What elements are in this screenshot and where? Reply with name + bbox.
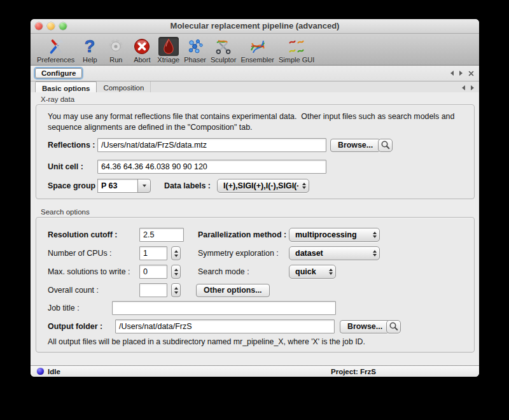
output-folder-browse-button[interactable]: Browse... [340, 320, 390, 333]
job-title-input[interactable] [112, 301, 336, 315]
data-labels-value: I(+),SIGI(+),I(-),SIGI(-) [223, 181, 298, 190]
toolbar-item-label: Help [83, 56, 97, 64]
tools-icon [46, 37, 66, 56]
overall-count-input[interactable] [139, 283, 167, 297]
toolbar-item-label: Sculptor [211, 56, 236, 64]
toolbar-item-label: Phaser [184, 56, 206, 64]
reflections-browse-button[interactable]: Browse... [330, 139, 380, 152]
resolution-cutoff-input[interactable] [139, 228, 184, 242]
output-folder-label: Output folder : [48, 319, 102, 333]
svg-text:?: ? [85, 38, 95, 55]
xray-group-box: You may use any format reflections file … [36, 104, 475, 199]
data-labels-label: Data labels : [164, 179, 211, 193]
project-label: Project: FrzS [331, 368, 376, 375]
parallelization-method-label: Parallelization method : [198, 228, 286, 242]
xray-description-line2: sequence alignments are defined in the "… [48, 122, 253, 133]
search-mode-value: quick [295, 267, 325, 276]
title-bar: Molecular replacement pipeline (advanced… [31, 19, 479, 34]
toolbar-item-ensembler[interactable]: Ensembler [241, 37, 274, 64]
space-group-combobox[interactable]: P 63 [97, 179, 151, 193]
search-mode-label: Search mode : [198, 265, 249, 279]
document-tab-bar: Configure [31, 66, 479, 81]
symmetry-exploration-value: dataset [295, 249, 369, 258]
scroll-pages-right-icon[interactable] [471, 85, 474, 90]
help-icon: ? [80, 37, 100, 56]
magnifier-icon [389, 321, 399, 332]
abort-icon [132, 37, 152, 56]
number-of-cpus-input[interactable] [139, 246, 167, 260]
toolbar-item-label: Xtriage [157, 56, 179, 64]
output-note: All output files will be placed in a sub… [48, 337, 365, 346]
toolbar-item-label: Simple GUI [279, 56, 314, 64]
toolbar-item-preferences[interactable]: Preferences [37, 37, 74, 64]
droplet-icon [158, 37, 179, 56]
magnifier-icon [380, 140, 391, 150]
max-solutions-stepper[interactable] [171, 265, 181, 279]
toolbar-item-abort[interactable]: Abort [131, 37, 153, 64]
toolbar-item-label: Abort [134, 56, 150, 64]
xray-description-line1: You may use any format reflections file … [48, 111, 454, 122]
unit-cell-label: Unit cell : [48, 160, 83, 174]
parallelization-method-value: multiprocessing [295, 230, 369, 239]
window-title: Molecular replacement pipeline (advanced… [31, 21, 479, 31]
unit-cell-input[interactable] [97, 160, 326, 174]
reflections-view-button[interactable] [378, 139, 393, 152]
symmetry-exploration-label: Symmetry exploration : [198, 246, 279, 260]
search-mode-popup[interactable]: quick [289, 265, 336, 279]
overall-count-stepper[interactable] [171, 283, 181, 297]
reflections-label: Reflections : [48, 138, 95, 152]
symmetry-exploration-popup[interactable]: dataset [289, 246, 380, 260]
resolution-cutoff-label: Resolution cutoff : [48, 228, 117, 242]
parallelization-method-popup[interactable]: multiprocessing [289, 228, 380, 242]
toolbar-item-run[interactable]: Run [105, 37, 127, 64]
number-of-cpus-label: Number of CPUs : [48, 246, 112, 260]
toolbar-item-xtriage[interactable]: Xtriage [157, 37, 179, 64]
close-tab-icon[interactable] [468, 71, 474, 76]
space-group-value: P 63 [97, 179, 138, 193]
output-folder-view-button[interactable] [386, 320, 401, 333]
mini-ribbons-icon [286, 37, 307, 56]
scissors-icon [213, 37, 234, 56]
scroll-pages-left-icon[interactable] [462, 85, 465, 90]
toolbar-item-label: Ensembler [241, 56, 274, 64]
chevron-down-icon[interactable] [137, 179, 151, 193]
scroll-tabs-right-icon[interactable] [459, 71, 463, 76]
toolbar-item-help[interactable]: ? Help [79, 37, 101, 64]
max-solutions-input[interactable] [139, 265, 167, 279]
status-bar: Idle Project: FrzS [31, 365, 479, 377]
updown-arrows-icon [373, 250, 377, 256]
toolbar-item-phaser[interactable]: Phaser [184, 37, 206, 64]
gear-icon [106, 37, 126, 56]
output-folder-input[interactable] [115, 319, 335, 333]
document-tab-configure[interactable]: Configure [35, 68, 82, 78]
ribbons-icon [248, 37, 268, 56]
toolbar-item-label: Run [109, 56, 122, 64]
search-group-box: Resolution cutoff : Parallelization meth… [36, 217, 475, 353]
number-of-cpus-stepper[interactable] [171, 246, 181, 260]
reflections-input[interactable] [97, 138, 326, 152]
xray-group-label: X-ray data [41, 95, 479, 103]
updown-arrows-icon [302, 183, 306, 189]
toolbar: Preferences ? Help Run [31, 34, 479, 66]
toolbar-item-simple-gui[interactable]: Simple GUI [279, 37, 314, 64]
status-text: Idle [48, 368, 60, 375]
overall-count-label: Overall count : [48, 283, 99, 297]
updown-arrows-icon [373, 232, 377, 238]
other-options-button[interactable]: Other options... [196, 284, 270, 297]
search-group-label: Search options [41, 208, 479, 216]
molecule-icon [185, 37, 206, 56]
app-window: Molecular replacement pipeline (advanced… [31, 19, 479, 377]
toolbar-item-label: Preferences [37, 56, 74, 64]
updown-arrows-icon [329, 269, 333, 275]
space-group-label: Space group : [48, 179, 101, 193]
basic-options-panel: X-ray data You may use any format reflec… [31, 92, 479, 366]
status-indicator-icon [37, 368, 44, 375]
scroll-tabs-left-icon[interactable] [450, 71, 454, 76]
toolbar-item-sculptor[interactable]: Sculptor [211, 37, 236, 64]
max-solutions-label: Max. solutions to write : [48, 265, 130, 279]
data-labels-popup[interactable]: I(+),SIGI(+),I(-),SIGI(-) [217, 179, 309, 193]
job-title-label: Job title : [48, 301, 80, 315]
